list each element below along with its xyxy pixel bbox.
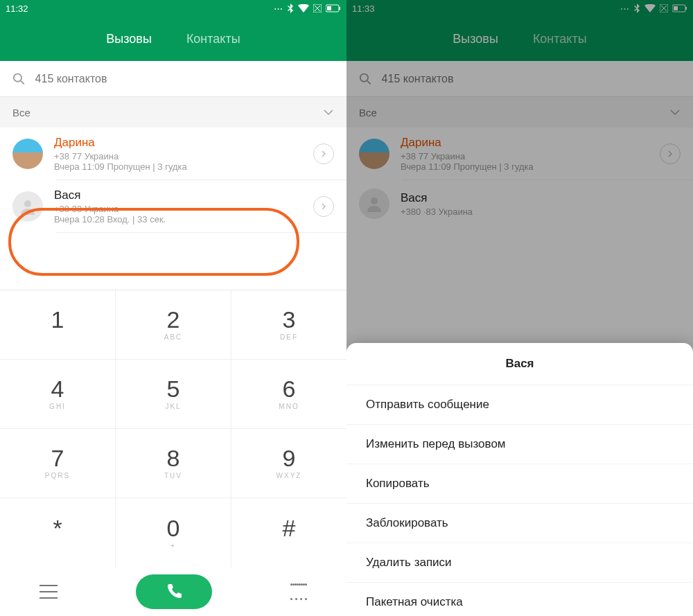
search-input[interactable] <box>35 73 334 85</box>
menu-batch-cleanup[interactable]: Пакетная очистка <box>346 582 693 616</box>
dialkey-5[interactable]: 5JKL <box>116 360 231 429</box>
battery-icon <box>326 4 341 12</box>
status-icons: ⋯ <box>274 3 341 14</box>
search-icon <box>12 72 26 86</box>
svg-point-6 <box>24 200 31 207</box>
dialkey-hash[interactable]: # <box>231 498 346 567</box>
call-meta: Вчера 11:09 Пропущен | 3 гудка <box>54 161 313 172</box>
svg-rect-2 <box>339 7 340 10</box>
divider <box>55 232 346 233</box>
person-icon <box>18 197 37 216</box>
svg-point-4 <box>14 73 21 81</box>
dialkey-0[interactable]: 0+ <box>116 498 231 567</box>
detail-button[interactable] <box>313 143 334 164</box>
call-phone: +38 77 Украина <box>54 151 313 161</box>
context-menu: Вася Отправить сообщение Изменить перед … <box>346 343 693 616</box>
chevron-right-icon <box>321 202 326 211</box>
call-name: Дарина <box>54 136 313 150</box>
dialkey-7[interactable]: 7PQRS <box>0 429 116 498</box>
tab-calls[interactable]: Вызовы <box>106 32 152 46</box>
phone-icon <box>165 583 183 601</box>
filter-label: Все <box>12 107 30 118</box>
dialkey-8[interactable]: 8TUV <box>116 429 231 498</box>
bottom-bar <box>0 567 346 616</box>
context-title: Вася <box>346 343 693 385</box>
chevron-down-icon <box>323 109 334 116</box>
wifi-icon <box>298 4 309 12</box>
call-button[interactable] <box>136 574 212 609</box>
search-bar[interactable] <box>0 61 346 97</box>
call-meta: Вчера 10:28 Вход. | 33 сек. <box>54 214 313 225</box>
nosim-icon <box>313 4 322 12</box>
status-bar: 11:32 ⋯ <box>0 0 346 17</box>
dialkey-2[interactable]: 2ABC <box>116 290 231 360</box>
menu-send-message[interactable]: Отправить сообщение <box>346 385 693 424</box>
tab-header: Вызовы Контакты <box>0 17 346 61</box>
call-info: Дарина +38 77 Украина Вчера 11:09 Пропущ… <box>54 136 313 172</box>
detail-button[interactable] <box>313 196 334 217</box>
dialkey-3[interactable]: 3DEF <box>231 290 346 360</box>
status-time: 11:32 <box>6 3 274 14</box>
avatar <box>12 191 43 222</box>
call-list: Дарина +38 77 Украина Вчера 11:09 Пропущ… <box>0 127 346 233</box>
menu-block[interactable]: Заблокировать <box>346 503 693 543</box>
call-item[interactable]: Вася +38 33 Украина Вчера 10:28 Вход. | … <box>0 180 346 233</box>
dialkey-star[interactable]: * <box>0 498 116 567</box>
dialkey-1[interactable]: 1 <box>0 290 116 360</box>
dialkey-4[interactable]: 4GHI <box>0 360 116 429</box>
call-info: Вася +38 33 Украина Вчера 10:28 Вход. | … <box>54 188 313 225</box>
call-name: Вася <box>54 188 313 202</box>
svg-rect-3 <box>327 6 331 10</box>
menu-icon[interactable] <box>40 585 58 599</box>
call-item[interactable]: Дарина +38 77 Украина Вчера 11:09 Пропущ… <box>0 127 346 180</box>
phone-screen-left: 11:32 ⋯ Вызовы Контакты Все Дарина +38 7… <box>0 0 346 616</box>
phone-screen-right: 11:33 ⋯ Вызовы Контакты Все Дарина +38 7… <box>346 0 693 616</box>
menu-edit-before-call[interactable]: Изменить перед вызовом <box>346 424 693 464</box>
tab-contacts[interactable]: Контакты <box>186 32 240 46</box>
filter-bar[interactable]: Все <box>0 97 346 127</box>
svg-line-5 <box>21 80 24 84</box>
chevron-right-icon <box>321 150 326 158</box>
menu-copy[interactable]: Копировать <box>346 464 693 503</box>
dots-icon: ⋯ <box>274 3 283 14</box>
call-phone: +38 33 Украина <box>54 204 313 214</box>
dialpad-icon[interactable] <box>290 583 307 600</box>
avatar <box>12 139 43 169</box>
dialkey-9[interactable]: 9WXYZ <box>231 429 346 498</box>
dialpad: 1 2ABC 3DEF 4GHI 5JKL 6MNO 7PQRS 8TUV 9W… <box>0 290 346 567</box>
dialkey-6[interactable]: 6MNO <box>231 360 346 429</box>
menu-delete-records[interactable]: Удалить записи <box>346 543 693 582</box>
bluetooth-icon <box>287 3 294 13</box>
